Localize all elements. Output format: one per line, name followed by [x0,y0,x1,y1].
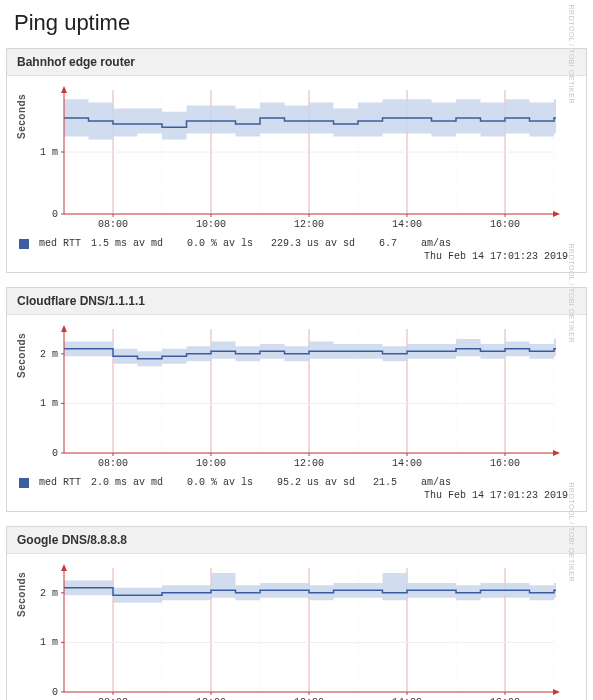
y-axis-label: Seconds [16,572,27,617]
chart: Seconds RRDTOOL / TOBI OETIKER 08:0010:0… [22,84,572,234]
svg-marker-86 [61,564,67,571]
legend-swatch [19,478,29,488]
timestamp: Thu Feb 14 17:01:23 2019 [17,251,576,268]
panel-cloudflare: Cloudflare DNS/1.1.1.1 Seconds RRDTOOL /… [6,287,587,512]
rrdtool-caption: RRDTOOL / TOBI OETIKER [569,244,576,343]
page: Ping uptime Bahnhof edge router Seconds … [0,0,593,700]
svg-text:1 m: 1 m [39,398,57,409]
legend-stats: 2.0 ms av md 0.0 % av ls 95.2 us av sd 2… [91,477,451,488]
panel-title: Bahnhof edge router [7,49,586,76]
legend-stats: 1.5 ms av md 0.0 % av ls 229.3 us av sd … [91,238,451,249]
svg-marker-88 [553,689,560,695]
legend-name: med RTT [39,477,81,488]
page-title: Ping uptime [14,10,593,36]
panel-google: Google DNS/8.8.8.8 Seconds RRDTOOL / TOB… [6,526,587,700]
chart-svg: 08:0010:0012:0014:0016:0001 m [22,84,572,234]
svg-text:12:00: 12:00 [293,458,323,469]
svg-text:16:00: 16:00 [489,458,519,469]
rrdtool-caption: RRDTOOL / TOBI OETIKER [569,5,576,104]
chart-svg: 08:0010:0012:0014:0016:0001 m2 m [22,323,572,473]
svg-text:12:00: 12:00 [293,219,323,230]
panel-body: Seconds RRDTOOL / TOBI OETIKER 08:0010:0… [7,315,586,511]
legend-row: med RTT 2.0 ms av md 0.0 % av ls 95.2 us… [17,473,576,490]
svg-text:14:00: 14:00 [391,219,421,230]
svg-text:1 m: 1 m [39,637,57,648]
svg-text:2 m: 2 m [39,349,57,360]
svg-text:10:00: 10:00 [195,458,225,469]
svg-text:0: 0 [51,448,57,459]
legend-row: med RTT 1.5 ms av md 0.0 % av ls 229.3 u… [17,234,576,251]
svg-marker-50 [61,325,67,332]
svg-marker-52 [553,450,560,456]
svg-text:14:00: 14:00 [391,458,421,469]
panel-body: Seconds RRDTOOL / TOBI OETIKER 08:0010:0… [7,76,586,272]
legend-swatch [19,239,29,249]
timestamp: Thu Feb 14 17:01:23 2019 [17,490,576,507]
chart: Seconds RRDTOOL / TOBI OETIKER 08:0010:0… [22,323,572,473]
y-axis-label: Seconds [16,333,27,378]
panel-title: Cloudflare DNS/1.1.1.1 [7,288,586,315]
svg-text:08:00: 08:00 [97,458,127,469]
svg-text:10:00: 10:00 [195,219,225,230]
svg-text:0: 0 [51,209,57,220]
svg-text:0: 0 [51,687,57,698]
panel-bahnhof: Bahnhof edge router Seconds RRDTOOL / TO… [6,48,587,273]
panel-body: Seconds RRDTOOL / TOBI OETIKER 08:0010:0… [7,554,586,700]
chart: Seconds RRDTOOL / TOBI OETIKER 08:0010:0… [22,562,572,700]
svg-marker-16 [61,86,67,93]
chart-svg: 08:0010:0012:0014:0016:0001 m2 m [22,562,572,700]
rrdtool-caption: RRDTOOL / TOBI OETIKER [569,483,576,582]
legend-name: med RTT [39,238,81,249]
svg-text:08:00: 08:00 [97,219,127,230]
svg-text:1 m: 1 m [39,147,57,158]
panel-title: Google DNS/8.8.8.8 [7,527,586,554]
svg-text:16:00: 16:00 [489,219,519,230]
svg-text:2 m: 2 m [39,588,57,599]
y-axis-label: Seconds [16,94,27,139]
svg-marker-18 [553,211,560,217]
